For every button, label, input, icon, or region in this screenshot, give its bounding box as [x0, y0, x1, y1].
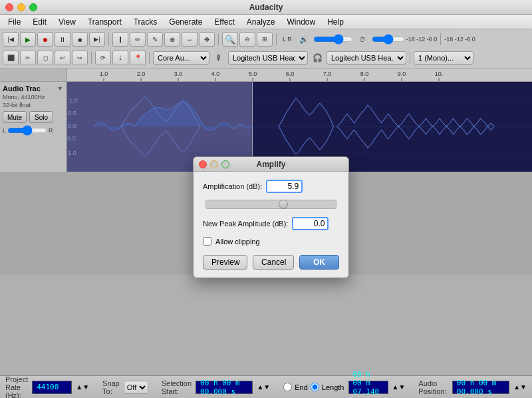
amplification-slider[interactable]: [205, 200, 336, 209]
speed-slider[interactable]: [372, 35, 405, 43]
menu-effect[interactable]: Effect: [209, 16, 239, 28]
sep-6: [149, 52, 150, 64]
dialog-max-button[interactable]: [221, 160, 229, 168]
zoom-out-btn[interactable]: ⊖: [239, 32, 255, 47]
select-tool[interactable]: ⬛: [3, 51, 19, 65]
audio-position-value: 00 h 00 m 00.000 s: [452, 381, 509, 394]
play-button[interactable]: ▶: [20, 32, 36, 47]
project-rate-stepper[interactable]: ▲▼: [76, 383, 89, 391]
pin-tool[interactable]: 📍: [130, 51, 146, 65]
svg-text:5.0: 5.0: [249, 71, 257, 77]
end-radio[interactable]: [283, 383, 292, 391]
length-radio[interactable]: [311, 383, 319, 391]
redo-tool[interactable]: ↪: [72, 51, 88, 65]
menu-edit[interactable]: Edit: [27, 16, 52, 28]
back-button[interactable]: |◀: [3, 32, 19, 47]
project-rate-label: Project Rate (Hz):: [5, 375, 28, 399]
stop-button[interactable]: ■: [72, 32, 88, 47]
gain-r: R: [49, 127, 53, 134]
svg-text:10.: 10.: [435, 71, 444, 77]
metro-tool[interactable]: ♩: [112, 51, 128, 65]
maximize-button[interactable]: [29, 3, 37, 11]
svg-text:2.0: 2.0: [137, 71, 146, 77]
sel-start-stepper[interactable]: ▲▼: [257, 383, 270, 391]
separator-1: [108, 33, 109, 45]
menu-analyze[interactable]: Analyze: [241, 16, 281, 28]
cancel-button[interactable]: Cancel: [253, 255, 294, 270]
menu-generate[interactable]: Generate: [164, 16, 207, 28]
titlebar: Audacity: [0, 0, 532, 15]
output-device-select[interactable]: Logitech USB Hea...: [327, 51, 406, 65]
input-source-select[interactable]: Logitech USB Head...: [228, 51, 308, 65]
cursor-tool[interactable]: I: [112, 32, 128, 47]
minimize-button[interactable]: [17, 3, 25, 11]
amplification-field: Amplification (dB):: [203, 180, 339, 193]
snap-to-select[interactable]: Off: [124, 381, 148, 394]
ruler: 1.0 2.0 3.0 4.0 5.0 6.0 7.0 8.0 9.0 10.: [0, 69, 532, 82]
peak-amplitude-input[interactable]: [292, 217, 329, 230]
zoom-in-btn[interactable]: 🔍: [222, 32, 238, 47]
window-controls: [5, 3, 37, 11]
app-title: Audacity: [249, 3, 283, 12]
track-info-2: 32-bit float: [3, 102, 63, 108]
trim-tool[interactable]: ✂: [20, 51, 36, 65]
timeshift-tool[interactable]: ↔: [182, 32, 198, 47]
ok-button[interactable]: OK: [299, 255, 339, 270]
fit-project-btn[interactable]: ⊞: [257, 32, 273, 47]
length-value: 00 h 00 m 07.140 s: [348, 381, 388, 394]
multi-tool[interactable]: ✥: [199, 32, 215, 47]
allow-clipping-row: Allow clipping: [203, 237, 339, 246]
record-button[interactable]: ●: [37, 32, 53, 47]
dialog-min-button[interactable]: [210, 160, 218, 168]
track-menu-icon[interactable]: ▼: [57, 85, 63, 92]
device-icon: 🎧: [309, 51, 325, 65]
input-device-select[interactable]: Core Au...: [153, 51, 209, 65]
undo-tool[interactable]: ↩: [55, 51, 70, 65]
dialog-close-button[interactable]: [199, 160, 207, 168]
ruler-content: 1.0 2.0 3.0 4.0 5.0 6.0 7.0 8.0 9.0 10.: [66, 69, 532, 82]
amplify-dialog: Amplify Amplification (dB): New Peak Amp…: [193, 156, 349, 278]
separator-4: [440, 33, 441, 45]
sync-tool[interactable]: ⟳: [95, 51, 111, 65]
svg-text:7.0: 7.0: [323, 71, 332, 77]
channels-select[interactable]: 1 (Mono)...: [414, 51, 473, 65]
svg-text:-0.5: -0.5: [66, 135, 76, 142]
preview-button[interactable]: Preview: [203, 255, 247, 270]
envelope-tool[interactable]: ✏: [130, 32, 146, 47]
silence-tool[interactable]: ◻: [37, 51, 53, 65]
lr-label: L R: [280, 36, 295, 43]
ruler-header: [0, 69, 66, 82]
svg-text:-1.0: -1.0: [66, 150, 76, 156]
amplification-slider-row: [203, 200, 339, 210]
volume-slider[interactable]: [313, 35, 353, 43]
menu-window[interactable]: Window: [282, 16, 321, 28]
solo-button[interactable]: Solo: [29, 111, 53, 123]
svg-text:3.0: 3.0: [174, 71, 183, 77]
menu-view[interactable]: View: [53, 16, 81, 28]
length-stepper[interactable]: ▲▼: [392, 383, 406, 391]
mute-button[interactable]: Mute: [3, 111, 27, 123]
allow-clipping-checkbox[interactable]: [203, 237, 211, 246]
forward-button[interactable]: ▶|: [89, 32, 105, 47]
menu-transport[interactable]: Transport: [82, 16, 127, 28]
gain-l: L: [3, 127, 6, 134]
pause-button[interactable]: ⏸: [55, 32, 70, 47]
db-labels-left: -18 -12 -6 0: [406, 36, 438, 43]
separator-2: [218, 33, 219, 45]
zoom-tool[interactable]: ⊕: [164, 32, 180, 47]
audio-pos-stepper[interactable]: ▲▼: [513, 383, 527, 391]
menu-help[interactable]: Help: [322, 16, 349, 28]
menu-tracks[interactable]: Tracks: [128, 16, 163, 28]
draw-tool[interactable]: ✎: [147, 32, 163, 47]
amplification-input[interactable]: [266, 180, 303, 193]
gain-slider[interactable]: [7, 127, 47, 134]
dialog-buttons: Preview Cancel OK: [203, 255, 339, 270]
selection-start-value: 00 h 00 m 00.000 s: [196, 381, 253, 394]
separator-3: [276, 33, 277, 45]
snap-to-section: Snap To: Off: [102, 379, 148, 395]
menu-file[interactable]: File: [3, 16, 26, 28]
vol-icon: 🔊: [296, 32, 312, 47]
svg-text:0.0: 0.0: [68, 122, 76, 129]
close-button[interactable]: [5, 3, 13, 11]
svg-text:1.0: 1.0: [69, 97, 78, 104]
